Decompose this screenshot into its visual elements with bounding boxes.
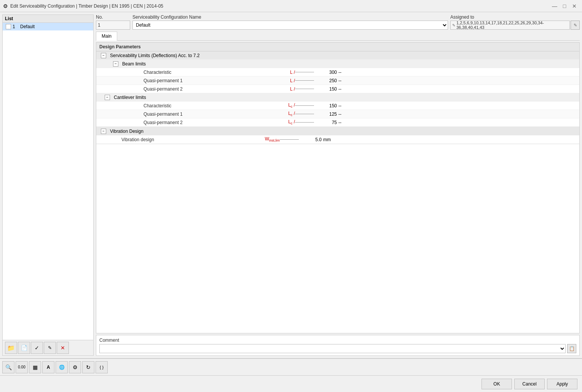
serviceability-limits-title-row: − Serviceability Limits (Deflections) Ac…: [96, 51, 579, 60]
beam-qp1-value: 250: [314, 78, 337, 83]
beam-char-formula: L /: [265, 70, 295, 75]
ok-button[interactable]: OK: [482, 379, 512, 389]
name-select[interactable]: Default: [132, 21, 448, 30]
cant-qp2-unit: --: [338, 120, 354, 125]
window-controls: — □ ✕: [550, 2, 579, 11]
collapse-serviceability-btn[interactable]: −: [101, 53, 106, 58]
comment-edit-button[interactable]: 📋: [567, 344, 576, 353]
bottom-toolbar: 🔍 0.00 ▦ A 🌐 ⚙ ↻ { }: [0, 359, 582, 375]
search-button[interactable]: 🔍: [2, 361, 14, 373]
assigned-value: ✎ 1,2,5,6,9,10,13,14,17,18,21,22,25,26,2…: [450, 21, 570, 30]
cantilever-limits-label: Cantilever limits: [114, 95, 146, 100]
config-top-row: No. 1 Serviceability Configuration Name …: [96, 14, 580, 30]
collapse-cantilever-btn[interactable]: −: [105, 95, 110, 100]
title-bar: ⚙ Edit Serviceability Configuration | Ti…: [0, 0, 582, 12]
no-section: No. 1: [96, 14, 130, 30]
copy-config-button[interactable]: 📄: [18, 342, 30, 354]
text-button[interactable]: A: [42, 361, 54, 373]
vibration-sep: [280, 139, 299, 140]
serviceability-limits-section: − Serviceability Limits (Deflections) Ac…: [96, 51, 579, 127]
dialog-footer: OK Cancel Apply: [0, 375, 582, 392]
cant-char-sep: [295, 105, 314, 106]
cant-qp1-sep: [295, 114, 314, 114]
vibration-row: Vibration design Winst,lim 5.0 mm: [96, 135, 579, 144]
beam-qp1-formula: L /: [265, 78, 295, 83]
assigned-edit-button[interactable]: ✎: [571, 21, 580, 30]
vibration-value: 5.0: [299, 137, 322, 142]
vibration-unit: mm: [323, 137, 338, 142]
vibration-formula: Winst,lim: [249, 136, 280, 142]
new-config-button[interactable]: 📁: [5, 342, 17, 354]
cancel-button[interactable]: Cancel: [514, 379, 545, 389]
cant-qp1-row: Quasi-permanent 1 Lc / 125 --: [96, 110, 579, 118]
comment-label: Comment: [99, 338, 576, 343]
close-button[interactable]: ✕: [570, 2, 579, 11]
lang-button[interactable]: 🌐: [56, 361, 68, 373]
beam-limits-label: Beam limits: [122, 61, 146, 67]
cant-qp2-value: 75: [314, 120, 337, 125]
comment-select[interactable]: [99, 344, 566, 353]
assigned-row: ✎ 1,2,5,6,9,10,13,14,17,18,21,22,25,26,2…: [450, 21, 580, 30]
comment-section: Comment 📋: [96, 335, 580, 356]
comment-row: 📋: [99, 344, 576, 353]
cant-char-formula: Lc /: [265, 102, 295, 108]
vibration-design-section: − Vibration Design Vibration design Wins…: [96, 127, 579, 144]
beam-char-row: Characteristic L / 300 --: [96, 68, 579, 76]
settings-button[interactable]: ⚙: [69, 361, 81, 373]
minimize-button[interactable]: —: [550, 2, 559, 11]
grid-button[interactable]: ▦: [29, 361, 41, 373]
tab-list: Main: [96, 31, 580, 41]
confirm-button[interactable]: ✓: [31, 342, 43, 354]
apply-button[interactable]: Apply: [547, 379, 577, 389]
delete-button[interactable]: ✕: [57, 342, 69, 354]
tab-area: Main: [96, 31, 580, 41]
counter-button[interactable]: 0.00: [16, 361, 28, 373]
cantilever-limits-title-row: − Cantilever limits: [96, 93, 579, 102]
tab-main[interactable]: Main: [96, 32, 117, 41]
collapse-vibration-btn[interactable]: −: [101, 129, 106, 134]
beam-char-unit: --: [338, 70, 354, 75]
beam-qp1-sep: [295, 80, 314, 81]
assigned-section: Assigned to ✎ 1,2,5,6,9,10,13,14,17,18,2…: [450, 14, 580, 30]
name-select-wrap: Default: [132, 21, 448, 30]
maximize-button[interactable]: □: [560, 2, 569, 11]
beam-qp2-sep: [295, 89, 314, 89]
vibration-design-label: Vibration Design: [110, 129, 144, 134]
beam-qp2-row: Quasi-permanent 2 L / 150 --: [96, 85, 579, 93]
list-item[interactable]: 1 Default: [3, 23, 93, 30]
cant-qp1-formula: Lc /: [265, 111, 295, 117]
list-item-label: Default: [20, 24, 90, 29]
beam-qp1-unit: --: [338, 78, 354, 83]
list-header: List: [3, 15, 93, 23]
cantilever-limits-section: − Cantilever limits Characteristic Lc / …: [96, 93, 579, 127]
beam-qp1-label: Quasi-permanent 1: [120, 78, 265, 83]
cant-char-value: 150: [314, 103, 337, 108]
list-item-icon: [6, 24, 11, 29]
cant-char-row: Characteristic Lc / 150 --: [96, 102, 579, 110]
beam-qp2-formula: L /: [265, 86, 295, 92]
design-params-panel: Design Parameters − Serviceability Limit…: [96, 42, 580, 333]
cant-qp2-label: Quasi-permanent 2: [120, 120, 265, 125]
no-value: 1: [96, 21, 130, 30]
rename-button[interactable]: ✎: [44, 342, 56, 354]
vibration-design-title-row: − Vibration Design: [96, 127, 579, 135]
refresh-button[interactable]: ↻: [82, 361, 94, 373]
content-area: List 1 Default 📁 📄 ✓ ✎ ✕: [0, 12, 582, 358]
list-item-num: 1: [13, 24, 19, 29]
no-label: No.: [96, 14, 130, 20]
cant-char-unit: --: [338, 103, 354, 108]
beam-char-sep: [295, 72, 314, 72]
beam-qp2-value: 150: [314, 86, 337, 92]
right-panel: No. 1 Serviceability Configuration Name …: [96, 14, 580, 356]
cant-qp1-label: Quasi-permanent 1: [120, 112, 265, 117]
beam-char-label: Characteristic: [120, 70, 265, 75]
cant-qp2-sep: [295, 122, 314, 123]
beam-qp2-label: Quasi-permanent 2: [120, 86, 265, 92]
cant-qp2-formula: Lc /: [265, 119, 295, 125]
list-bottom-toolbar: 📁 📄 ✓ ✎ ✕: [3, 340, 93, 355]
design-params-header: Design Parameters: [96, 43, 579, 51]
code-button[interactable]: { }: [96, 361, 108, 373]
cant-qp1-unit: --: [338, 112, 354, 117]
collapse-beam-btn[interactable]: −: [113, 61, 118, 67]
cant-char-label: Characteristic: [120, 103, 265, 108]
